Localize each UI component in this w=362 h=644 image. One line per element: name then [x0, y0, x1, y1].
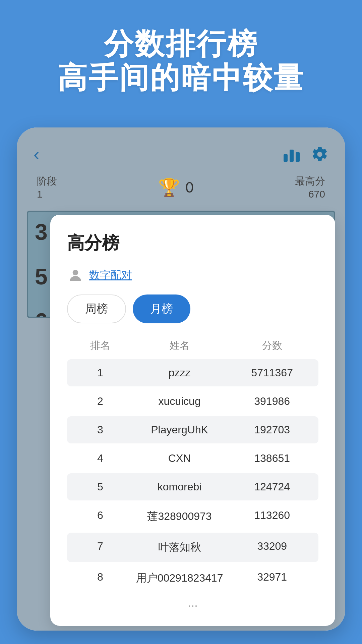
header-section: 分数排行榜 高手间的暗中较量 — [0, 0, 362, 115]
grid-num-5: 5 — [35, 263, 48, 289]
cell-rank: 4 — [74, 452, 127, 465]
leaderboard-modal: 高分榜 数字配对 周榜 月榜 排名 姓名 分数 — [50, 215, 335, 626]
cell-rank: 3 — [74, 424, 127, 436]
modal-title: 高分榜 — [67, 231, 318, 255]
cell-score: 5711367 — [232, 367, 312, 379]
user-game-name[interactable]: 数字配对 — [89, 268, 132, 283]
score-info-row: 阶段 1 🏆 0 最高分 670 — [17, 171, 345, 211]
grid-num-6: 6 — [35, 308, 48, 318]
table-row: 7 叶落知秋 33209 — [67, 533, 318, 562]
svg-point-0 — [73, 270, 78, 275]
cell-name: pzzz — [127, 367, 233, 379]
cell-rank: 2 — [74, 395, 127, 408]
table-row: 3 PlayergUhK 192703 — [67, 416, 318, 443]
best-score-label: 最高分 — [295, 175, 325, 186]
user-row: 数字配对 — [67, 267, 318, 284]
cell-name: 莲328900973 — [127, 509, 233, 524]
user-avatar-icon — [67, 267, 84, 284]
grid-num-3: 3 — [35, 219, 48, 245]
title-line1: 分数排行榜 — [104, 27, 258, 60]
table-row: 8 用户00291823417 32971 — [67, 564, 318, 593]
table-header: 排名 姓名 分数 — [67, 335, 318, 356]
trophy-icon: 🏆 — [158, 177, 180, 198]
grid-numbers-left: 3 5 6 — [35, 219, 48, 318]
table-body: 1 pzzz 5711367 2 xucuicug 391986 3 Playe… — [67, 359, 318, 593]
cell-name: xucuicug — [127, 395, 233, 408]
cell-rank: 5 — [74, 481, 127, 493]
app-screen: ‹ 阶段 1 — [17, 127, 345, 631]
top-icons — [284, 146, 328, 163]
stage-info: 阶段 1 — [37, 174, 57, 201]
cell-name: PlayergUhK — [127, 424, 233, 436]
stage-label: 阶段 — [37, 175, 57, 186]
col-rank: 排名 — [74, 339, 127, 353]
cell-name: komorebi — [127, 481, 233, 493]
main-title: 分数排行榜 高手间的暗中较量 — [20, 27, 342, 95]
cell-score: 32971 — [232, 571, 312, 586]
trophy-score: 🏆 0 — [158, 177, 193, 198]
table-row: 4 CXN 138651 — [67, 445, 318, 472]
table-row: 5 komorebi 124724 — [67, 473, 318, 500]
cell-rank: 7 — [74, 540, 127, 555]
close-hint: ··· — [67, 598, 318, 612]
cell-name: 叶落知秋 — [127, 540, 233, 555]
table-row: 2 xucuicug 391986 — [67, 388, 318, 415]
table-row: 6 莲328900973 113260 — [67, 502, 318, 531]
cell-score: 192703 — [232, 424, 312, 436]
cell-name: 用户00291823417 — [127, 571, 233, 586]
app-top-bar: ‹ — [17, 127, 345, 171]
cell-score: 391986 — [232, 395, 312, 408]
back-button[interactable]: ‹ — [34, 144, 39, 164]
cell-score: 124724 — [232, 481, 312, 493]
col-score: 分数 — [232, 339, 312, 353]
cell-rank: 1 — [74, 367, 127, 379]
stage-value: 1 — [37, 189, 43, 200]
tab-monthly[interactable]: 月榜 — [133, 294, 190, 323]
cell-name: CXN — [127, 452, 233, 465]
cell-score: 138651 — [232, 452, 312, 465]
col-name: 姓名 — [127, 339, 233, 353]
settings-icon[interactable] — [311, 146, 328, 163]
best-score-info: 最高分 670 — [295, 174, 325, 201]
title-line2: 高手间的暗中较量 — [58, 61, 304, 94]
chart-icon[interactable] — [284, 147, 301, 162]
cell-rank: 8 — [74, 571, 127, 586]
tabs-row: 周榜 月榜 — [67, 294, 318, 323]
cell-score: 33209 — [232, 540, 312, 555]
phone-mockup: ‹ 阶段 1 — [17, 127, 345, 631]
cell-score: 113260 — [232, 509, 312, 524]
best-score-value: 670 — [308, 189, 325, 200]
cell-rank: 6 — [74, 509, 127, 524]
gear-svg — [311, 146, 328, 163]
tab-weekly[interactable]: 周榜 — [67, 294, 126, 323]
table-row: 1 pzzz 5711367 — [67, 359, 318, 386]
current-score: 0 — [185, 179, 193, 196]
